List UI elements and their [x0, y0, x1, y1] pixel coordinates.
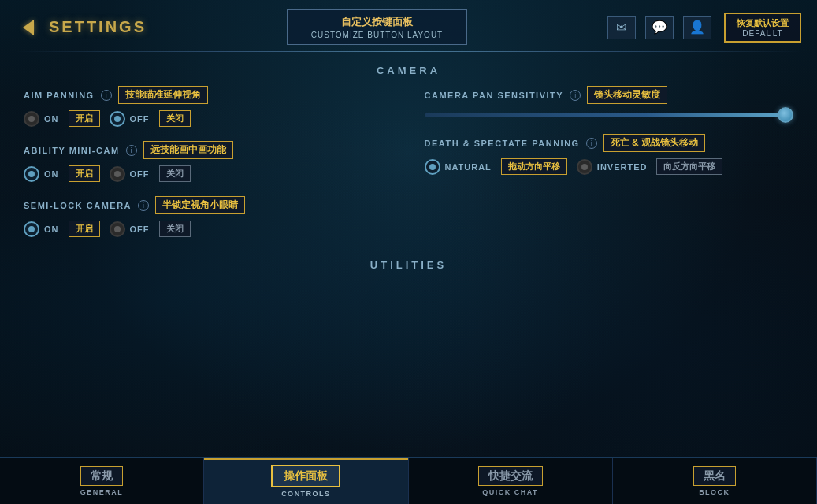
- semi-lock-on-option[interactable]: ON: [24, 221, 59, 237]
- tab-controls-border: 操作面板: [271, 465, 340, 487]
- ability-mini-toggle-row: ON 开启 OFF 关闭: [24, 165, 393, 182]
- tab-general[interactable]: 常规 GENERAL: [0, 458, 204, 504]
- header-center: 自定义按键面板 CUSTOMIZE BUTTON LAYOUT: [287, 9, 467, 45]
- semi-lock-on-tag[interactable]: 开启: [69, 220, 100, 237]
- ability-mini-on-option[interactable]: ON: [24, 166, 59, 182]
- aim-panning-info-icon[interactable]: i: [101, 90, 112, 101]
- ability-mini-chinese: 远技能画中画功能: [143, 141, 233, 159]
- tab-block-chinese: 黑名: [704, 469, 726, 482]
- tab-controls[interactable]: 操作面板 CONTROLS: [204, 458, 408, 504]
- ability-mini-on-label: ON: [44, 169, 59, 179]
- tab-general-border: 常规: [80, 466, 123, 486]
- semi-lock-off-tag[interactable]: 关闭: [159, 220, 191, 237]
- death-spectate-chinese: 死亡 & 观战镜头移动: [603, 134, 705, 152]
- camera-pan-label: CAMERA PAN SENSITIVITY: [425, 91, 564, 100]
- tab-quickchat-label: QUICK CHAT: [482, 488, 538, 496]
- ability-mini-off-option[interactable]: OFF: [110, 166, 150, 182]
- inverted-radio[interactable]: [577, 159, 592, 175]
- camera-pan-slider-track: [425, 113, 794, 117]
- ability-mini-off-tag[interactable]: 关闭: [159, 165, 191, 182]
- semi-lock-off-label: OFF: [130, 224, 150, 234]
- camera-pan-setting: CAMERA PAN SENSITIVITY i 镜头移动灵敏度: [425, 86, 794, 120]
- tab-general-chinese: 常规: [91, 469, 113, 482]
- ability-mini-on-tag[interactable]: 开启: [69, 165, 100, 182]
- aim-panning-on-tag[interactable]: 开启: [69, 110, 100, 127]
- tab-block-border: 黑名: [693, 466, 736, 486]
- aim-panning-chinese: 技能瞄准延伸视角: [118, 86, 208, 104]
- ability-mini-setting: ABILITY MINI-CAM i 远技能画中画功能 ON 开启 OFF: [24, 141, 393, 182]
- death-spectate-setting: DEATH & SPECTATE PANNING i 死亡 & 观战镜头移动 N…: [425, 134, 794, 175]
- inverted-tag[interactable]: 向反方向平移: [656, 158, 722, 175]
- customize-button[interactable]: 自定义按键面板 CUSTOMIZE BUTTON LAYOUT: [287, 9, 467, 45]
- default-button[interactable]: 恢复默认设置 DEFAULT: [724, 13, 801, 43]
- tab-controls-chinese: 操作面板: [284, 469, 328, 482]
- semi-lock-info-icon[interactable]: i: [138, 200, 149, 211]
- inverted-label: INVERTED: [597, 162, 648, 172]
- aim-panning-off-option[interactable]: OFF: [110, 111, 150, 127]
- death-spectate-label: DEATH & SPECTATE PANNING: [425, 139, 580, 148]
- header-left: SETTINGS: [16, 15, 147, 40]
- ability-mini-off-radio[interactable]: [110, 166, 125, 182]
- default-label: DEFAULT: [737, 29, 789, 38]
- default-chinese-label: 恢复默认设置: [737, 17, 789, 29]
- back-button[interactable]: [16, 15, 41, 40]
- customize-chinese-label: 自定义按键面板: [311, 15, 443, 29]
- aim-panning-label: AIM PANNING: [24, 91, 95, 100]
- natural-radio[interactable]: [425, 159, 440, 175]
- camera-pan-info-icon[interactable]: i: [570, 90, 581, 101]
- ability-mini-label-row: ABILITY MINI-CAM i 远技能画中画功能: [24, 141, 393, 159]
- mail-icon[interactable]: ✉: [607, 16, 636, 39]
- semi-lock-chinese: 半锁定视角小眼睛: [155, 196, 245, 214]
- camera-pan-chinese: 镜头移动灵敏度: [587, 86, 667, 104]
- semi-lock-label: SEMI-LOCK CAMERA: [24, 201, 132, 210]
- semi-lock-on-label: ON: [44, 224, 59, 234]
- footer-tabs: 常规 GENERAL 操作面板 CONTROLS 快捷交流 QUICK CHAT…: [0, 457, 817, 504]
- aim-panning-toggle-row: ON 开启 OFF 关闭: [24, 110, 393, 127]
- semi-lock-toggle-row: ON 开启 OFF 关闭: [24, 220, 393, 237]
- ability-mini-info-icon[interactable]: i: [126, 145, 137, 156]
- camera-left-col: AIM PANNING i 技能瞄准延伸视角 ON 开启 OFF: [24, 86, 393, 251]
- tab-block[interactable]: 黑名 BLOCK: [613, 458, 817, 504]
- header-right: ✉ 💬 👤 恢复默认设置 DEFAULT: [607, 13, 801, 43]
- aim-panning-on-radio[interactable]: [24, 111, 39, 127]
- ability-mini-on-radio[interactable]: [24, 166, 39, 182]
- aim-panning-setting: AIM PANNING i 技能瞄准延伸视角 ON 开启 OFF: [24, 86, 393, 127]
- aim-panning-off-tag[interactable]: 关闭: [159, 110, 191, 127]
- header-icons: ✉ 💬 👤: [607, 16, 711, 39]
- camera-right-col: CAMERA PAN SENSITIVITY i 镜头移动灵敏度 DEATH &…: [425, 86, 794, 251]
- header: SETTINGS 自定义按键面板 CUSTOMIZE BUTTON LAYOUT…: [0, 0, 817, 51]
- tab-general-label: GENERAL: [80, 488, 124, 496]
- semi-lock-off-option[interactable]: OFF: [110, 221, 150, 237]
- inverted-option[interactable]: INVERTED: [577, 159, 648, 175]
- natural-option[interactable]: NATURAL: [425, 159, 492, 175]
- camera-section-title: CAMERA: [24, 52, 793, 86]
- camera-pan-slider-thumb[interactable]: [778, 107, 793, 123]
- page-title: SETTINGS: [49, 18, 147, 36]
- death-spectate-label-row: DEATH & SPECTATE PANNING i 死亡 & 观战镜头移动: [425, 134, 794, 152]
- aim-panning-on-label: ON: [44, 114, 59, 124]
- camera-pan-label-row: CAMERA PAN SENSITIVITY i 镜头移动灵敏度: [425, 86, 794, 104]
- tab-quickchat-border: 快捷交流: [478, 466, 543, 486]
- customize-label: CUSTOMIZE BUTTON LAYOUT: [311, 31, 443, 39]
- semi-lock-label-row: SEMI-LOCK CAMERA i 半锁定视角小眼睛: [24, 196, 393, 214]
- ability-mini-label: ABILITY MINI-CAM: [24, 146, 120, 155]
- aim-panning-off-radio[interactable]: [110, 111, 125, 127]
- tab-quickchat[interactable]: 快捷交流 QUICK CHAT: [409, 458, 613, 504]
- death-spectate-info-icon[interactable]: i: [586, 138, 597, 149]
- chat-icon[interactable]: 💬: [645, 16, 674, 39]
- tab-block-label: BLOCK: [699, 488, 730, 496]
- death-spectate-toggle-row: NATURAL 拖动方向平移 INVERTED 向反方向平移: [425, 158, 794, 175]
- back-arrow-icon: [23, 20, 34, 35]
- natural-label: NATURAL: [445, 162, 492, 172]
- semi-lock-off-radio[interactable]: [110, 221, 125, 237]
- aim-panning-on-option[interactable]: ON: [24, 111, 59, 127]
- semi-lock-on-radio[interactable]: [24, 221, 39, 237]
- camera-pan-slider-container[interactable]: [425, 110, 794, 120]
- tab-controls-label: CONTROLS: [281, 490, 331, 498]
- tab-quickchat-chinese: 快捷交流: [488, 469, 533, 482]
- camera-grid: AIM PANNING i 技能瞄准延伸视角 ON 开启 OFF: [24, 86, 793, 251]
- natural-tag[interactable]: 拖动方向平移: [501, 158, 567, 175]
- aim-panning-label-row: AIM PANNING i 技能瞄准延伸视角: [24, 86, 393, 104]
- ability-mini-off-label: OFF: [130, 169, 150, 179]
- friends-icon[interactable]: 👤: [683, 16, 711, 39]
